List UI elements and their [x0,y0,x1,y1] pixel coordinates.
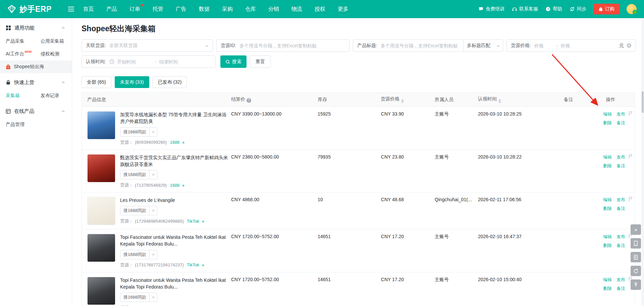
nav-item-warehouse[interactable]: 仓库 [245,6,256,13]
publish-link[interactable]: 发布 [616,154,625,160]
delete-link[interactable]: 删除 [603,206,612,212]
search-same-button[interactable]: 搜1688同款 [120,250,157,259]
sidebar-item-product-collect[interactable]: 产品采集 [0,35,35,48]
sidebar-section-header-online-products[interactable]: 在线产品 [0,104,72,118]
price-min-input[interactable] [534,43,554,48]
add-source-link[interactable]: + [202,262,205,268]
tab-all[interactable]: 全部 (65) [82,76,111,88]
reset-button[interactable]: 重置 [250,55,271,68]
related-source-select[interactable]: 关联货源: 全部关联货源 [82,39,213,52]
nav-item-orders[interactable]: 订单 [129,6,140,13]
edit-link[interactable]: 编辑 [603,277,612,283]
col-source-price: 货源价格 [381,96,399,101]
source-id-input[interactable] [239,43,345,48]
source-platform-link[interactable]: TikTok [187,219,199,224]
search-same-button[interactable]: 搜1688同款 [120,293,157,302]
nav-item-products[interactable]: 产品 [106,6,117,13]
nav-item-hosting[interactable]: 托管 [153,6,163,13]
table-row: Topi Fascinator untuk Wanita Pesta Teh K… [82,229,635,272]
publish-link[interactable]: 发布 [616,234,625,240]
help-icon[interactable]: ? [247,98,251,103]
delete-link[interactable]: 删除 [603,163,612,169]
note-link[interactable]: 备注 [616,163,625,169]
sort-icon[interactable] [498,99,501,103]
source-platform-link[interactable]: TikTok [187,262,199,267]
sidebar-item-collect-box[interactable]: 采集箱 [0,89,35,102]
add-source-link[interactable]: + [202,218,205,224]
nav-item-more[interactable]: 更多 [338,6,348,13]
price-max-input[interactable] [560,43,580,48]
publish-link[interactable]: 发布 [616,277,625,283]
flag-icon[interactable] [628,111,633,116]
app-logo[interactable]: 妙手ERP [7,4,52,14]
mobile-app-button[interactable] [631,238,641,249]
sidebar-item-infringement-check[interactable]: 侵权检测 [35,48,72,60]
delete-link[interactable]: 删除 [603,120,612,126]
publish-link[interactable]: 发布 [616,197,625,203]
sync-button[interactable]: 同步 [570,6,586,12]
chevron-down-icon[interactable] [150,209,157,212]
survey-button[interactable] [631,252,641,262]
edit-link[interactable]: 编辑 [603,111,612,117]
nav-item-home[interactable]: 首页 [83,6,94,13]
chevron-down-icon[interactable] [150,253,157,256]
edit-link[interactable]: 编辑 [603,154,612,160]
chevron-down-icon[interactable] [150,296,157,299]
sidebar-item-public-collect-box[interactable]: 公用采集箱 [35,35,72,48]
search-same-button[interactable]: 搜1688同款 [120,170,157,179]
tab-published[interactable]: 已发布 (32) [153,76,187,88]
end-time-input[interactable] [159,59,195,64]
chevron-down-icon[interactable] [150,173,157,176]
sidebar-item-product-management[interactable]: 产品管理 [0,118,35,131]
note-link[interactable]: 备注 [616,120,625,126]
source-platform-link[interactable]: 1688 [170,183,179,188]
contact-support-button[interactable]: 联系客服 [512,6,538,12]
edit-link[interactable]: 编辑 [603,234,612,240]
nav-item-purchase[interactable]: 采购 [222,6,233,13]
nav-item-logistics[interactable]: 物流 [291,6,302,13]
free-training-button[interactable]: 免费培训 [478,6,504,12]
add-source-link[interactable]: + [182,139,185,145]
delete-link[interactable]: 删除 [603,243,612,249]
collapse-rail-button[interactable]: » [631,224,641,235]
source-platform-link[interactable]: 1688 [170,140,179,145]
scrollbar-thumb[interactable] [642,91,644,113]
refresh-button[interactable] [631,266,641,276]
flag-icon[interactable] [628,154,633,159]
nav-item-authorization[interactable]: 授权 [315,6,325,13]
sort-icon[interactable] [401,99,404,103]
tab-unpublished[interactable]: 未发布 (33) [115,76,149,88]
publish-link[interactable]: 发布 [616,111,625,117]
sidebar-section-header-quick-listing[interactable]: 快速上货 [0,75,72,89]
claim-time-range-picker[interactable]: 认领时间: - [82,55,216,68]
main-nav: 首页 产品 订单 托管 广告 数据 采购 仓库 分销 物流 授权 更多 [83,6,478,13]
search-same-button[interactable]: 搜1688同款 [120,127,157,137]
sidebar-item-shopee-light-export[interactable]: S Shopee轻出海 [0,60,72,73]
user-avatar[interactable] [627,4,637,14]
note-link[interactable]: 备注 [616,206,625,212]
search-button[interactable]: 搜索 [220,55,247,68]
search-same-button[interactable]: 搜1688同款 [120,206,157,215]
title-match-select[interactable]: 多标题匹配 [464,39,503,52]
nav-item-distribution[interactable]: 分销 [268,6,279,13]
back-to-top-button[interactable] [631,279,641,290]
delete-link[interactable]: 删除 [603,286,612,292]
nav-item-data[interactable]: 数据 [199,6,210,13]
menu-toggle-icon[interactable] [68,6,74,12]
product-title-input[interactable] [381,43,459,48]
note-link[interactable]: 备注 [616,243,625,249]
subscribe-button[interactable]: 订购 [594,4,619,14]
nav-item-ads[interactable]: 广告 [176,6,186,13]
sidebar-item-publish-records[interactable]: 发布记录 [35,89,72,102]
flag-icon[interactable] [628,196,633,202]
edit-link[interactable]: 编辑 [603,197,612,203]
clear-icon[interactable] [627,43,632,48]
owner: Qingchuhai_01(... [404,197,478,202]
sidebar-section-header-general[interactable]: 通用功能 [0,21,72,35]
help-button[interactable]: ? 帮助 [545,6,562,12]
chevron-down-icon[interactable] [150,131,157,133]
note-link[interactable]: 备注 [616,286,625,292]
start-time-input[interactable] [117,59,152,64]
add-source-link[interactable]: + [182,182,185,188]
sidebar-item-ai-workbench[interactable]: AI工作台NEW [0,48,35,60]
